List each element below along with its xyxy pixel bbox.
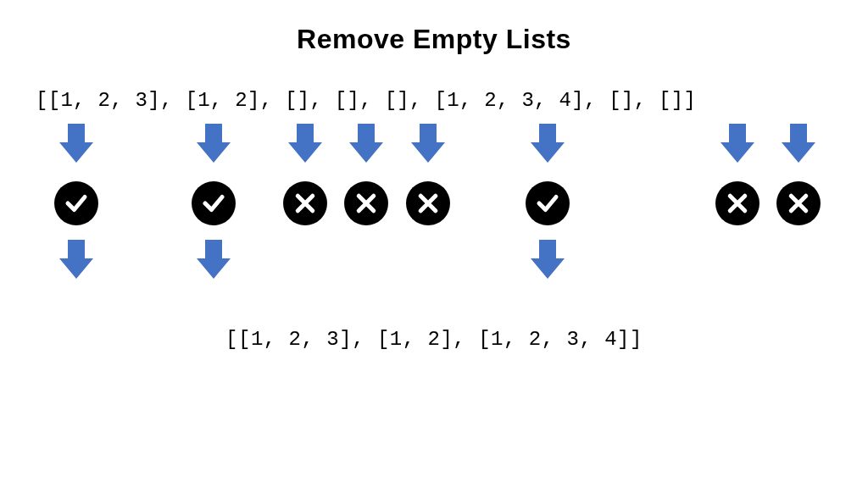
arrow-row-bottom	[0, 240, 868, 284]
page-title: Remove Empty Lists	[0, 24, 868, 55]
input-list: [[1, 2, 3], [1, 2], [], [], [], [1, 2, 3…	[0, 89, 868, 112]
decision-row	[0, 181, 868, 227]
remove-cross-icon	[283, 181, 327, 225]
remove-cross-icon	[715, 181, 760, 225]
keep-check-icon	[192, 181, 236, 225]
keep-check-icon	[54, 181, 98, 225]
down-arrow-icon	[531, 240, 565, 279]
down-arrow-icon	[197, 240, 231, 279]
down-arrow-icon	[721, 124, 754, 163]
remove-cross-icon	[776, 181, 821, 225]
down-arrow-icon	[782, 124, 815, 163]
down-arrow-icon	[59, 240, 93, 279]
arrow-row-top	[0, 124, 868, 168]
remove-cross-icon	[344, 181, 388, 225]
output-list: [[1, 2, 3], [1, 2], [1, 2, 3, 4]]	[0, 328, 868, 351]
down-arrow-icon	[288, 124, 322, 163]
keep-check-icon	[526, 181, 570, 225]
down-arrow-icon	[411, 124, 445, 163]
down-arrow-icon	[197, 124, 231, 163]
down-arrow-icon	[59, 124, 93, 163]
remove-cross-icon	[406, 181, 450, 225]
down-arrow-icon	[349, 124, 383, 163]
down-arrow-icon	[531, 124, 565, 163]
